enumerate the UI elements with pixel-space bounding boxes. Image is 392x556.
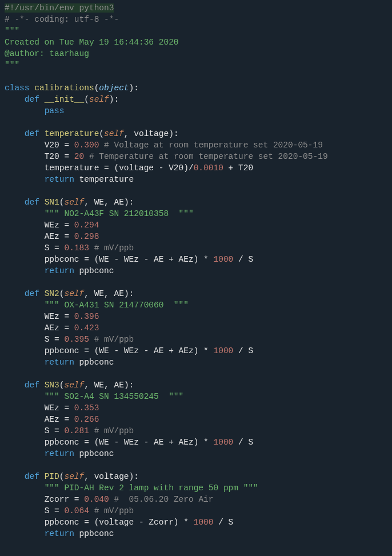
sn3-def-line: def SN3(self, WE, AE): [0,379,392,391]
pid-docstring: """ PID-AH Rev 2 lamp with range 50 ppm … [45,483,258,493]
sn1-docstring: """ NO2-A43F SN 212010358 """ [45,209,194,218]
coding-line: # -*- coding: utf-8 -*- [5,15,119,24]
docstring-close: """ [5,61,19,70]
init-def-line: def __init__(self): [0,94,392,105]
class-name: calibrations [34,83,94,93]
sn2-name: SN2 [45,289,59,298]
sn2-def-line: def SN2(self, WE, AE): [0,288,392,299]
docstring-author: @author: taarhaug [5,49,89,58]
temperature-name: temperature [45,129,99,138]
sn2-docstring: """ OX-A431 SN 214770060 """ [45,301,189,310]
pass-keyword: pass [45,106,65,115]
temperature-def-line: def temperature(self, voltage): [0,128,392,139]
sn3-docstring: """ SO2-A4 SN 134550245 """ [45,392,184,401]
docstring-open: """ [5,26,19,35]
temperature-args: , voltage [124,129,169,138]
docstring-line: Created on Tue May 19 16:44:36 2020 [5,38,179,47]
class-keyword: class [5,83,30,93]
self-param: self [89,95,109,104]
sn3-name: SN3 [45,381,59,390]
pid-def-line: def PID(self, voltage): [0,471,392,482]
init-name: __init__ [45,95,85,104]
zcorr-comment: # 05.06.20 Zero Air [114,495,213,504]
pid-name: PID [45,472,59,481]
sn1-def-line: def SN1(self, WE, AE): [0,197,392,208]
sn1-name: SN1 [45,198,59,207]
class-def-line: class calibrations(object): [0,82,392,94]
t20-comment: # Temperature at room temperature set 20… [89,152,328,161]
v20-comment: # Voltage at room temperature set 2020-0… [104,141,323,150]
code-editor[interactable]: #!/usr/bin/env python3# -*- coding: utf-… [0,0,392,539]
shebang-line: #!/usr/bin/env python3 [5,3,114,13]
object-builtin: object [99,83,129,93]
